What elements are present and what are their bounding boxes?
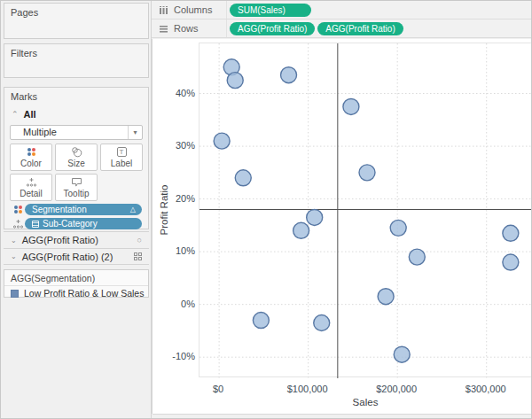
- detail-button[interactable]: Detail: [10, 174, 52, 201]
- scatter-point[interactable]: [343, 98, 359, 114]
- size-circles-icon: [71, 146, 82, 158]
- button-label: Label: [111, 159, 132, 169]
- button-label: Size: [67, 159, 84, 169]
- color-button[interactable]: Color: [10, 144, 52, 171]
- columns-icon: [159, 5, 168, 15]
- pill-row-segmentation: Segmentation△: [11, 204, 142, 215]
- filters-shelf[interactable]: Filters: [4, 43, 149, 78]
- scatter-point[interactable]: [503, 254, 519, 270]
- button-label: Detail: [20, 189, 43, 199]
- legend-item[interactable]: Low Profit Ratio & Low Sales: [4, 286, 148, 299]
- chevron-down-icon[interactable]: ⌄: [11, 252, 17, 260]
- x-tick-label: $200,000: [361, 383, 432, 395]
- chevron-down-icon[interactable]: ⌄: [11, 237, 17, 244]
- marks-buttons: ColorSizeTLabelDetailTooltip: [10, 144, 145, 201]
- mark-type-dropdown[interactable]: Multiple ▾: [10, 125, 143, 140]
- legend-title: AGG(Segmentation): [4, 270, 148, 286]
- rows-shelf-head: Rows: [152, 19, 227, 37]
- scatter-point[interactable]: [409, 249, 425, 265]
- marks-all-label: All: [24, 109, 36, 120]
- field-icon: [32, 221, 39, 228]
- scatter-point[interactable]: [253, 313, 269, 329]
- pill-label: Segmentation: [32, 204, 87, 215]
- legend-item-label: Low Profit Ratio & Low Sales: [24, 288, 144, 299]
- size-button[interactable]: Size: [55, 144, 98, 171]
- field-pill-sub-category[interactable]: Sub-Category: [25, 218, 142, 229]
- color-dots-icon: [14, 206, 22, 213]
- scatter-point[interactable]: [281, 67, 297, 83]
- color-dots-icon: [27, 148, 35, 156]
- pill-label: Sub-Category: [43, 218, 98, 229]
- marks-all-section[interactable]: ⌃ All: [12, 109, 142, 120]
- scatter-point[interactable]: [359, 165, 375, 181]
- field-pill-segmentation[interactable]: Segmentation△: [25, 204, 142, 215]
- tooltip-button[interactable]: Tooltip: [55, 174, 98, 201]
- bottom-edge-strip: [153, 414, 532, 419]
- plot-area[interactable]: [199, 43, 532, 377]
- scatter-point[interactable]: [307, 209, 323, 225]
- pill-row-sub-category: Sub-Category: [11, 218, 142, 229]
- y-tick-label: -10%: [163, 350, 195, 362]
- shelf-pill[interactable]: SUM(Sales): [230, 4, 311, 17]
- agg-row-label: AGG(Profit Ratio) (2): [22, 252, 113, 262]
- triangle-icon: △: [130, 204, 136, 215]
- scatter-point[interactable]: [227, 73, 243, 89]
- rows-shelf[interactable]: Rows AGG(Profit Ratio)AGG(Profit Ratio): [152, 19, 532, 38]
- columns-shelf[interactable]: Columns SUM(Sales): [152, 1, 532, 19]
- marks-pills: Segmentation△Sub-Category: [4, 204, 148, 229]
- filters-shelf-label: Filters: [4, 44, 148, 58]
- scatter-point[interactable]: [293, 222, 309, 238]
- pages-shelf-label: Pages: [4, 4, 148, 18]
- chart-pane: Profit Ratio 40%30%20%10%0%-10% $0$100,0…: [152, 39, 532, 414]
- scatter-point[interactable]: [503, 225, 519, 241]
- sidebar: Pages Filters Marks ⌃ All Multiple ▾ Col…: [1, 1, 152, 419]
- agg-field-row-2[interactable]: ⌄AGG(Profit Ratio) (2): [4, 248, 149, 265]
- agg-row-label: AGG(Profit Ratio): [22, 235, 98, 245]
- x-tick-label: $0: [183, 383, 254, 395]
- collapse-chevron-icon[interactable]: ⌃: [12, 110, 19, 119]
- agg-field-row-1[interactable]: ⌄AGG(Profit Ratio)○: [4, 231, 149, 248]
- color-legend: AGG(Segmentation) Low Profit Ratio & Low…: [4, 269, 149, 298]
- scatter-point[interactable]: [235, 170, 251, 186]
- x-axis-title: Sales: [199, 397, 532, 407]
- circle-mark-icon: ○: [137, 237, 142, 244]
- scatter-point[interactable]: [394, 346, 410, 362]
- y-tick-label: 30%: [163, 139, 195, 151]
- marks-card-title: Marks: [4, 88, 148, 102]
- chevron-down-icon[interactable]: ▾: [128, 126, 142, 139]
- columns-pills: SUM(Sales): [230, 4, 311, 17]
- scatter-point[interactable]: [390, 220, 406, 236]
- scatter-point[interactable]: [314, 314, 330, 330]
- legend-swatch: [11, 290, 19, 298]
- tooltip-bubble-icon: [71, 177, 82, 188]
- shelf-pill[interactable]: AGG(Profit Ratio): [317, 22, 403, 35]
- mark-type-value: Multiple: [23, 127, 57, 137]
- shelf-pill[interactable]: AGG(Profit Ratio): [230, 22, 315, 35]
- rows-shelf-label: Rows: [174, 23, 199, 34]
- x-tick-label: $100,000: [272, 383, 343, 395]
- rows-icon: [159, 24, 168, 34]
- columns-shelf-head: Columns: [152, 1, 227, 19]
- marks-card: Marks ⌃ All Multiple ▾ ColorSizeTLabelDe…: [4, 87, 149, 229]
- plot-canvas: [200, 43, 532, 378]
- rows-pills: AGG(Profit Ratio)AGG(Profit Ratio): [230, 22, 403, 35]
- scatter-point[interactable]: [378, 289, 394, 305]
- tableau-window: Pages Filters Marks ⌃ All Multiple ▾ Col…: [0, 0, 532, 419]
- button-label: Tooltip: [64, 189, 90, 199]
- pages-shelf[interactable]: Pages: [4, 3, 149, 39]
- y-tick-label: 40%: [163, 87, 195, 99]
- label-t-icon: T: [117, 147, 127, 157]
- x-tick-label: $300,000: [450, 383, 521, 395]
- y-tick-label: 0%: [163, 298, 195, 310]
- legend-items: Low Profit Ratio & Low Sales: [4, 286, 148, 299]
- detail-dots-icon: [12, 219, 24, 229]
- shape-mark-icon: [134, 252, 142, 260]
- label-button[interactable]: TLabel: [100, 144, 143, 171]
- columns-shelf-label: Columns: [174, 4, 212, 15]
- y-tick-label: 10%: [163, 244, 195, 257]
- scatter-point[interactable]: [214, 133, 230, 149]
- button-label: Color: [20, 159, 42, 169]
- detail-dots-icon: [26, 177, 37, 188]
- y-tick-label: 20%: [163, 192, 195, 205]
